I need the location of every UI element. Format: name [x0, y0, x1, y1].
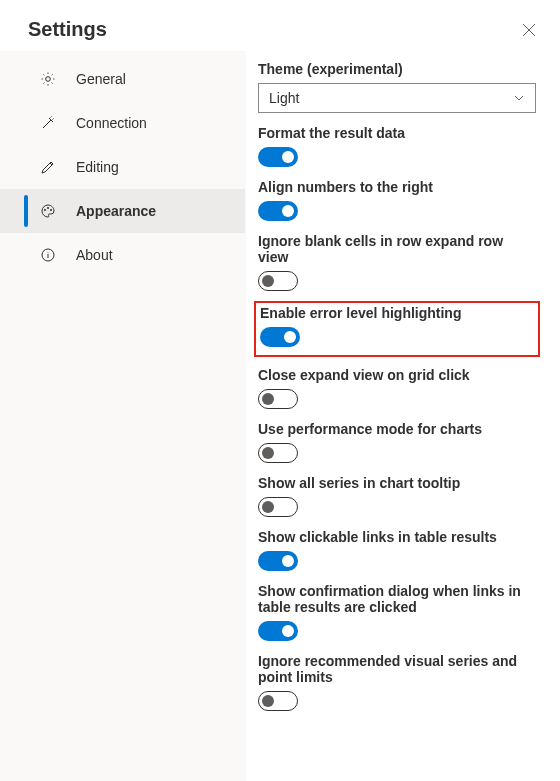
setting-label: Align numbers to the right: [258, 179, 536, 195]
toggle-ignore-blank[interactable]: [258, 271, 298, 291]
setting-perf-mode-charts: Use performance mode for charts: [254, 419, 540, 473]
info-icon: [40, 247, 56, 263]
pencil-icon: [40, 159, 56, 175]
theme-select[interactable]: Light: [258, 83, 536, 113]
sidebar-item-general[interactable]: General: [0, 57, 245, 101]
toggle-format-result[interactable]: [258, 147, 298, 167]
gear-icon: [40, 71, 56, 87]
svg-point-2: [47, 207, 48, 208]
palette-icon: [40, 203, 56, 219]
settings-content: Theme (experimental) Light Format the re…: [246, 51, 560, 781]
setting-label: Use performance mode for charts: [258, 421, 536, 437]
svg-point-0: [46, 77, 51, 82]
sidebar-item-label: Editing: [76, 159, 119, 175]
setting-label: Ignore recommended visual series and poi…: [258, 653, 536, 685]
setting-label: Enable error level highlighting: [260, 305, 534, 321]
setting-label: Show confirmation dialog when links in t…: [258, 583, 536, 615]
sidebar-item-label: Appearance: [76, 203, 156, 219]
setting-clickable-links: Show clickable links in table results: [254, 527, 540, 581]
setting-format-result: Format the result data: [254, 123, 540, 177]
setting-all-series-tooltip: Show all series in chart tooltip: [254, 473, 540, 527]
setting-label: Theme (experimental): [258, 61, 536, 77]
toggle-error-highlight[interactable]: [260, 327, 300, 347]
settings-dialog: Settings General Connection: [0, 0, 560, 781]
settings-sidebar: General Connection Editing Appearance: [0, 51, 246, 781]
sidebar-item-appearance[interactable]: Appearance: [0, 189, 245, 233]
svg-point-1: [44, 209, 45, 210]
setting-link-confirm: Show confirmation dialog when links in t…: [254, 581, 540, 651]
toggle-align-numbers[interactable]: [258, 201, 298, 221]
toggle-close-expand[interactable]: [258, 389, 298, 409]
sidebar-item-label: Connection: [76, 115, 147, 131]
dialog-title: Settings: [28, 18, 107, 41]
theme-select-value: Light: [269, 90, 299, 106]
setting-close-expand: Close expand view on grid click: [254, 365, 540, 419]
setting-label: Format the result data: [258, 125, 536, 141]
toggle-ignore-limits[interactable]: [258, 691, 298, 711]
close-button[interactable]: [520, 21, 538, 39]
plug-icon: [40, 115, 56, 131]
setting-ignore-limits: Ignore recommended visual series and poi…: [254, 651, 540, 721]
setting-label: Ignore blank cells in row expand row vie…: [258, 233, 536, 265]
setting-label: Show all series in chart tooltip: [258, 475, 536, 491]
sidebar-item-editing[interactable]: Editing: [0, 145, 245, 189]
svg-point-3: [50, 209, 51, 210]
sidebar-item-label: General: [76, 71, 126, 87]
setting-theme: Theme (experimental) Light: [254, 59, 540, 123]
setting-align-numbers: Align numbers to the right: [254, 177, 540, 231]
toggle-all-series-tooltip[interactable]: [258, 497, 298, 517]
setting-ignore-blank: Ignore blank cells in row expand row vie…: [254, 231, 540, 301]
sidebar-item-label: About: [76, 247, 113, 263]
dialog-header: Settings: [0, 0, 560, 51]
sidebar-item-connection[interactable]: Connection: [0, 101, 245, 145]
sidebar-item-about[interactable]: About: [0, 233, 245, 277]
setting-label: Show clickable links in table results: [258, 529, 536, 545]
toggle-clickable-links[interactable]: [258, 551, 298, 571]
dialog-body: General Connection Editing Appearance: [0, 51, 560, 781]
setting-label: Close expand view on grid click: [258, 367, 536, 383]
setting-error-highlight: Enable error level highlighting: [254, 301, 540, 357]
chevron-down-icon: [513, 92, 525, 104]
toggle-link-confirm[interactable]: [258, 621, 298, 641]
toggle-perf-mode-charts[interactable]: [258, 443, 298, 463]
close-icon: [522, 23, 536, 37]
